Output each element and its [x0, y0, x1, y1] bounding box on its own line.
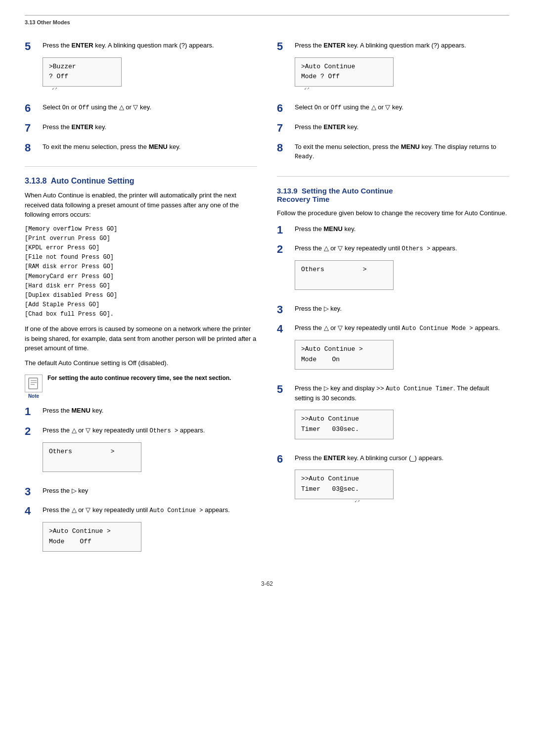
error-5: [RAM disk error Press GO] [25, 262, 257, 272]
step-7b-text: Press the ENTER key. [295, 122, 509, 132]
section-389-title: 3.13.9 Setting the Auto ContinueRecovery… [277, 187, 509, 203]
step-3-left-num: 3 [25, 486, 39, 497]
header-title: 3.13 Other Modes [25, 19, 70, 25]
step-5c-content: Press the ▷ key and display >> Auto Cont… [295, 383, 509, 446]
svg-rect-0 [29, 378, 38, 389]
left-column: 5 Press the ENTER key. A blinking questi… [25, 41, 257, 566]
step-5a-lcd-box: >Buzzer ? Off ↙↗ [43, 57, 122, 87]
step-2-left-lcd: Others > [43, 438, 257, 476]
step-5b-lcd-line1: >Auto Continue [301, 62, 387, 72]
step-1-right-num: 1 [277, 225, 291, 236]
section-388-desc2: If one of the above errors is caused by … [25, 324, 257, 353]
step-4-left-lcd-line1: >Auto Continue > [49, 526, 135, 537]
step-2-left-content: Press the △ or ▽ key repeatedly until Ot… [43, 425, 257, 479]
step-3-right-row: 3 Press the ▷ key. [277, 304, 509, 317]
section-389-desc1: Follow the procedure given below to chan… [277, 208, 509, 218]
step-3-left-text: Press the ▷ key [43, 486, 257, 496]
step-2-right-row: 2 Press the △ or ▽ key repeatedly until … [277, 243, 509, 297]
step-3-right-content: Press the ▷ key. [295, 304, 509, 317]
step-6c-cursor: 0 [340, 485, 344, 493]
step-4-right-lcd-box: >Auto Continue > Mode On [295, 340, 394, 370]
step-8b-text: To exit the menu selection, press the ME… [295, 142, 509, 162]
error-1: [Memory overflow Press GO] [25, 225, 257, 234]
step-1-right-content: Press the MENU key. [295, 224, 509, 237]
step-6c-lcd: >>Auto Continue Timer 030sec. ↙↗ [295, 466, 509, 503]
step-8b-row: 8 To exit the menu selection, press the … [277, 142, 509, 165]
step-5a-lcd: >Buzzer ? Off ↙↗ [43, 53, 257, 91]
step-2-left-row: 2 Press the △ or ▽ key repeatedly until … [25, 425, 257, 479]
step-3-left-content: Press the ▷ key [43, 486, 257, 499]
right-column: 5 Press the ENTER key. A blinking questi… [277, 41, 509, 566]
step-2-right-lcd: Others > [295, 256, 509, 294]
step-4-left-lcd: >Auto Continue > Mode Off [43, 518, 257, 556]
step-4-right-lcd-line1: >Auto Continue > [301, 344, 387, 355]
error-6: [MemoryCard err Press GO] [25, 272, 257, 282]
step-5c-mono: Auto Continue Timer [386, 385, 453, 392]
step-8a-text: To exit the menu selection, press the ME… [43, 142, 257, 152]
step-5b-text: Press the ENTER key. A blinking question… [295, 41, 509, 50]
step-4-left-content: Press the △ or ▽ key repeatedly until Au… [43, 505, 257, 559]
step-6c-num: 6 [277, 454, 291, 465]
step-5c-lcd: >>Auto Continue Timer 030sec. [295, 406, 509, 443]
step-1-right-row: 1 Press the MENU key. [277, 224, 509, 237]
note-text: For setting the auto continue recovery t… [47, 375, 231, 381]
step-7b-content: Press the ENTER key. [295, 122, 509, 135]
note-icon [25, 375, 43, 392]
step-6a-content: Select On or Off using the △ or ▽ key. [43, 102, 257, 115]
step-6b-on: On [314, 104, 321, 111]
error-8: [Duplex disabled Press GO] [25, 291, 257, 300]
step-4-left-row: 4 Press the △ or ▽ key repeatedly until … [25, 505, 257, 559]
step-7a-row: 7 Press the ENTER key. [25, 122, 257, 135]
step-2-left-num: 2 [25, 426, 39, 437]
step-5b-lcd-line2: Mode ? Off [301, 72, 387, 82]
step-8b-content: To exit the menu selection, press the ME… [295, 142, 509, 165]
error-2: [Print overrun Press GO] [25, 234, 257, 243]
step-5b-lcd-box: >Auto Continue Mode ? Off ↙↗ [295, 57, 394, 87]
step-6b-content: Select On or Off using the △ or ▽ key. [295, 102, 509, 115]
step-5b-bold: ENTER [324, 42, 346, 49]
step-2-right-lcd-line2 [301, 275, 387, 285]
step-5a-content: Press the ENTER key. A blinking question… [43, 41, 257, 94]
step-4-right-num: 4 [277, 324, 291, 334]
step-6a-row: 6 Select On or Off using the △ or ▽ key. [25, 102, 257, 115]
step-1-left-num: 1 [25, 406, 39, 417]
step-6b-num: 6 [277, 103, 291, 114]
note-svg [27, 377, 41, 390]
error-4: [File not found Press GO] [25, 253, 257, 262]
error-7: [Hard disk err Press GO] [25, 282, 257, 291]
step-1-left-text: Press the MENU key. [43, 406, 257, 416]
step-2-left-mono: Others > [150, 427, 178, 434]
steps-section-left: 1 Press the MENU key. 2 Press the △ or ▽… [25, 406, 257, 558]
step-4-left-mono: Auto Continue > [150, 507, 203, 514]
step-2-right-content: Press the △ or ▽ key repeatedly until Ot… [295, 243, 509, 297]
step-5a-text: Press the ENTER key. A blinking question… [43, 41, 257, 50]
step-7b-num: 7 [277, 123, 291, 134]
error-list: [Memory overflow Press GO] [Print overru… [25, 225, 257, 320]
step-2-right-mono: Others > [402, 245, 431, 252]
step-8b-bold: MENU [401, 143, 420, 150]
step-6c-text: Press the ENTER key. A blinking cursor (… [295, 453, 509, 463]
step-5b-content: Press the ENTER key. A blinking question… [295, 41, 509, 94]
step-4-right-text: Press the △ or ▽ key repeatedly until Au… [295, 323, 509, 333]
step-6c-row: 6 Press the ENTER key. A blinking cursor… [277, 453, 509, 506]
section-388-text: Auto Continue Setting [51, 177, 134, 185]
step-7a-content: Press the ENTER key. [43, 122, 257, 135]
step-5a-lcd-line1: >Buzzer [49, 62, 115, 72]
step-1-left-row: 1 Press the MENU key. [25, 406, 257, 419]
step-4-left-lcd-box: >Auto Continue > Mode Off [43, 522, 141, 552]
step-5a-row: 5 Press the ENTER key. A blinking questi… [25, 41, 257, 94]
step-4-right-mono: Auto Continue Mode > [402, 325, 473, 332]
step-6c-bold: ENTER [324, 454, 346, 462]
step-5c-text: Press the ▷ key and display >> Auto Cont… [295, 383, 509, 403]
main-content: 5 Press the ENTER key. A blinking questi… [25, 41, 509, 566]
section-389-num: 3.13.9 [277, 187, 298, 195]
step-6c-lcd-line2: Timer 030sec. [301, 484, 387, 495]
step-5a-num: 5 [25, 41, 39, 52]
step-5a-bold: ENTER [72, 42, 93, 49]
step-4-right-row: 4 Press the △ or ▽ key repeatedly until … [277, 323, 509, 377]
section-388-desc1: When Auto Continue is enabled, the print… [25, 190, 257, 220]
step-5b-row: 5 Press the ENTER key. A blinking questi… [277, 41, 509, 94]
step-6c-content: Press the ENTER key. A blinking cursor (… [295, 453, 509, 506]
step-6c-lcd-line1: >>Auto Continue [301, 474, 387, 484]
step-5c-num: 5 [277, 384, 291, 395]
